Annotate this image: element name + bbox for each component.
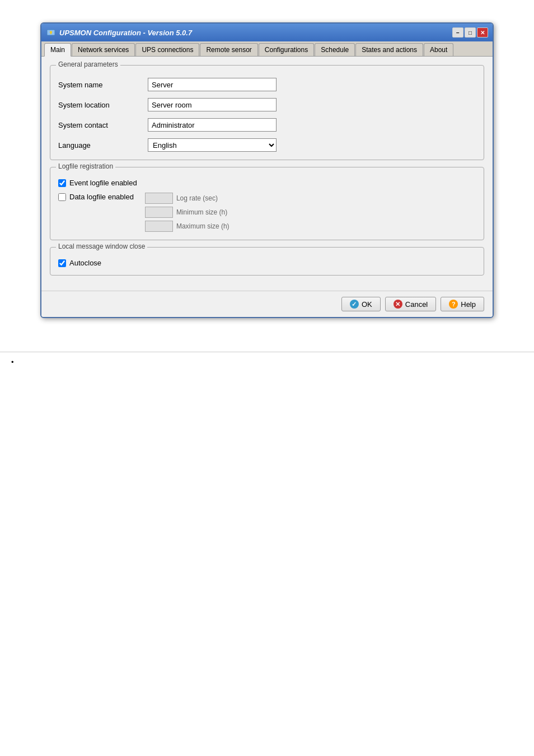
general-parameters-group: General parameters System name System lo… [50, 65, 484, 160]
bullet-symbol: • [11, 358, 14, 366]
autoclose-checkbox[interactable] [58, 259, 66, 267]
main-window: UPSMON Configuration - Version 5.0.7 − □… [40, 22, 494, 318]
log-rate-label: Log rate (sec) [176, 194, 218, 202]
event-logfile-row: Event logfile enabled [58, 179, 476, 187]
title-bar-left: UPSMON Configuration - Version 5.0.7 [46, 27, 192, 38]
cancel-button[interactable]: ✕ Cancel [385, 297, 436, 311]
system-contact-row: System contact [58, 118, 476, 132]
system-name-label: System name [58, 81, 148, 89]
language-select[interactable]: English [148, 138, 277, 152]
maximize-button[interactable]: □ [465, 27, 476, 38]
language-label: Language [58, 141, 148, 150]
system-contact-input[interactable] [148, 118, 277, 132]
system-location-label: System location [58, 101, 148, 109]
max-size-label: Maximum size (h) [176, 222, 229, 230]
logfile-registration-group: Logfile registration Event logfile enabl… [50, 167, 484, 240]
data-logfile-label: Data logfile enabled [69, 193, 134, 201]
general-parameters-legend: General parameters [56, 60, 120, 68]
tab-bar: Main Network services UPS connections Re… [41, 41, 493, 57]
tab-remote-sensor[interactable]: Remote sensor [200, 43, 257, 56]
event-logfile-checkbox[interactable] [58, 179, 66, 187]
max-size-input[interactable] [145, 221, 173, 232]
title-bar: UPSMON Configuration - Version 5.0.7 − □… [41, 24, 493, 41]
logfile-sub-inputs: Log rate (sec) Minimum size (h) Maximum … [145, 193, 229, 232]
footer: ✓ OK ✕ Cancel ? Help [41, 291, 493, 317]
local-message-legend: Local message window close [56, 242, 147, 250]
log-rate-input[interactable] [145, 193, 173, 204]
ok-icon: ✓ [350, 300, 359, 309]
data-logfile-row: Data logfile enabled [58, 193, 134, 201]
ok-label: OK [362, 300, 372, 309]
system-location-input[interactable] [148, 98, 277, 111]
help-button[interactable]: ? Help [441, 297, 484, 311]
log-rate-row: Log rate (sec) [145, 193, 229, 204]
tab-about[interactable]: About [424, 43, 453, 56]
tab-main[interactable]: Main [44, 43, 71, 57]
min-size-label: Minimum size (h) [176, 208, 227, 216]
system-name-input[interactable] [148, 78, 277, 91]
tab-states-actions[interactable]: States and actions [355, 43, 423, 56]
language-row: Language English [58, 138, 476, 152]
tab-schedule[interactable]: Schedule [315, 43, 355, 56]
cancel-icon: ✕ [394, 300, 402, 309]
system-contact-label: System contact [58, 121, 148, 129]
local-message-group: Local message window close Autoclose [50, 247, 484, 276]
logfile-legend: Logfile registration [56, 162, 115, 170]
tab-ups-connections[interactable]: UPS connections [135, 43, 199, 56]
system-name-row: System name [58, 78, 476, 91]
window-controls: − □ ✕ [452, 27, 488, 38]
bullet-footer: • [0, 352, 534, 372]
system-location-row: System location [58, 98, 476, 111]
help-label: Help [461, 300, 476, 309]
autoclose-row: Autoclose [58, 259, 476, 267]
close-button[interactable]: ✕ [477, 27, 488, 38]
max-size-row: Maximum size (h) [145, 221, 229, 232]
event-logfile-label: Event logfile enabled [69, 179, 137, 187]
tab-network-services[interactable]: Network services [72, 43, 135, 56]
cancel-label: Cancel [405, 300, 428, 309]
app-icon [46, 27, 56, 38]
min-size-input[interactable] [145, 207, 173, 218]
help-icon: ? [449, 300, 458, 309]
tab-configurations[interactable]: Configurations [259, 43, 314, 56]
min-size-row: Minimum size (h) [145, 207, 229, 218]
autoclose-label: Autoclose [69, 259, 101, 267]
minimize-button[interactable]: − [452, 27, 463, 38]
ok-button[interactable]: ✓ OK [341, 297, 381, 311]
data-logfile-checkbox[interactable] [58, 193, 66, 201]
window-title: UPSMON Configuration - Version 5.0.7 [59, 29, 192, 37]
content-area: General parameters System name System lo… [41, 57, 493, 291]
